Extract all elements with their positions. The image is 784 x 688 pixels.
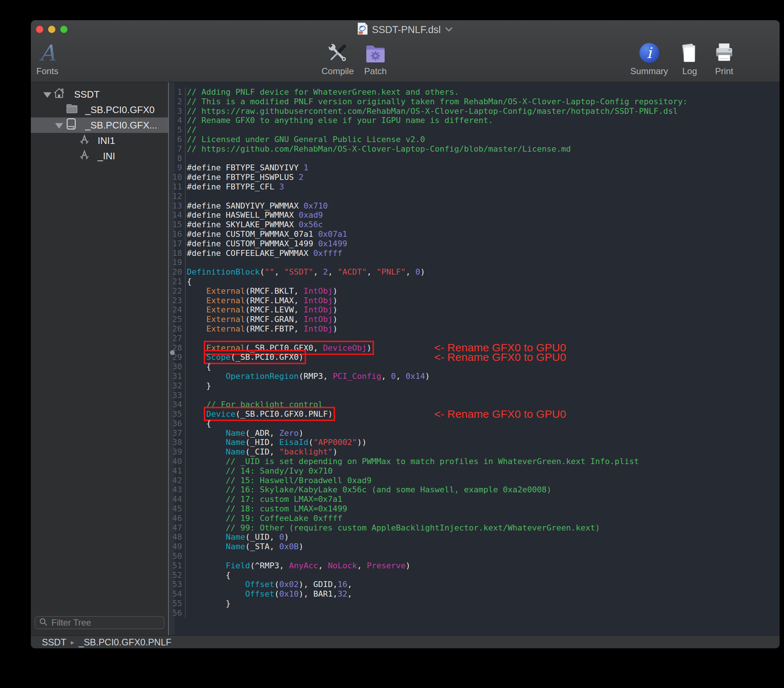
line-number: 17 — [169, 239, 186, 249]
code-line[interactable]: 1// Adding PNLF device for WhateverGreen… — [169, 87, 780, 97]
code-line-content: #define COFFEELAKE_PWMMAX 0xffff — [186, 249, 343, 258]
code-line[interactable]: 54 Offset(0x10), BAR1,32, — [169, 589, 780, 599]
toolbar-log-button[interactable]: Log — [677, 39, 703, 76]
code-line[interactable]: 9#define FBTYPE_SANDYIVY 1 — [169, 163, 780, 173]
toolbar-summary-button[interactable]: iSummary — [630, 39, 668, 76]
filter-tree-input[interactable] — [51, 617, 166, 628]
code-line-content: // This is a modified PNLF version origi… — [186, 97, 687, 106]
code-line[interactable]: 14#define HASWELL_PWMMAX 0xad9 — [169, 210, 780, 220]
code-line-content: External(RMCF.GRAN, IntObj) — [186, 315, 338, 324]
code-line[interactable]: 3// https://raw.githubusercontent.com/Re… — [169, 106, 780, 116]
code-line[interactable]: 53 Offset(0x02), GDID,16, — [169, 580, 780, 589]
code-line[interactable]: 25 External(RMCF.GRAN, IntObj) — [169, 315, 780, 324]
code-line[interactable]: 52 { — [169, 571, 780, 580]
code-line[interactable]: 17#define CUSTOM_PWMMAX_1499 0x1499 — [169, 239, 780, 249]
code-line[interactable]: 10#define FBTYPE_HSWPLUS 2 — [169, 173, 780, 182]
code-line[interactable]: 39 Name(_CID, "backlight") — [169, 447, 780, 457]
code-line[interactable]: 48 Name(_UID, 0) — [169, 532, 780, 542]
breadcrumb-root[interactable]: SSDT — [42, 637, 66, 648]
toolbar-center-group: CompilePatch — [321, 39, 388, 76]
code-line-content — [186, 191, 187, 201]
toolbar-fonts-button[interactable]: AFonts — [35, 39, 60, 76]
code-line[interactable]: 38 Name(_HID, EisaId("APP0002")) — [169, 437, 780, 447]
line-number: 20 — [169, 267, 186, 277]
code-line[interactable]: 6// Licensed under GNU General Public Li… — [169, 135, 780, 144]
code-line[interactable]: 31 OperationRegion(RMP3, PCI_Config, 0, … — [169, 371, 780, 381]
code-line[interactable]: 40 // _UID is set depending on PWMMax to… — [169, 457, 780, 466]
code-line[interactable]: 18#define COFFEELAKE_PWMMAX 0xffff — [169, 249, 780, 258]
disclosure-triangle-icon[interactable] — [43, 92, 51, 98]
code-line[interactable]: 12 — [169, 191, 780, 201]
line-number: 36 — [169, 419, 186, 429]
line-number: 11 — [169, 182, 186, 191]
code-line[interactable]: 30 { — [169, 362, 780, 371]
line-number: 51 — [169, 561, 186, 571]
line-number: 41 — [169, 466, 186, 476]
code-line[interactable]: 56 — [169, 608, 780, 618]
toolbar-print-button[interactable]: Print — [712, 39, 737, 76]
line-number: 54 — [169, 589, 186, 599]
code-line[interactable]: 29<- Rename GFX0 to GPU0 Scope(_SB.PCI0.… — [169, 353, 780, 362]
svg-text:DSL: DSL — [359, 31, 363, 34]
code-line[interactable]: 22 External(RMCF.BKLT, IntObj) — [169, 286, 780, 296]
method-icon — [79, 149, 90, 163]
code-line-content: #define SANDYIVY_PWMMAX 0x710 — [186, 201, 328, 211]
breadcrumb-path[interactable]: _SB.PCI0.GFX0.PNLF — [79, 637, 171, 648]
tree-item-sb-pci0-gfx0[interactable]: _SB.PCI0.GFX0 — [31, 102, 168, 117]
code-line[interactable]: 41 // 14: Sandy/Ivy 0x710 — [169, 466, 780, 476]
code-line[interactable]: 45 // 18: custom LMAX=0x1499 — [169, 504, 780, 514]
code-line[interactable]: 5// — [169, 125, 780, 135]
code-line[interactable]: 55 } — [169, 599, 780, 608]
code-area: 1// Adding PNLF device for WhateverGreen… — [169, 82, 780, 618]
code-line[interactable]: 37 Name(_ADR, Zero) — [169, 429, 780, 438]
line-number: 38 — [169, 437, 186, 447]
code-line-content: // — [186, 125, 197, 135]
tree-item-ini1[interactable]: INI1 — [31, 133, 168, 148]
code-line[interactable]: 19 — [169, 258, 780, 267]
code-line[interactable]: 2// This is a modified PNLF version orig… — [169, 97, 780, 106]
line-number: 15 — [169, 220, 186, 229]
code-line[interactable]: 4// Rename GFX0 to anything else if your… — [169, 115, 780, 125]
code-line[interactable]: 26 External(RMCF.FBTP, IntObj) — [169, 324, 780, 334]
filter-tree-box[interactable] — [35, 616, 165, 629]
title-chevron-down-icon[interactable] — [445, 27, 453, 33]
document-proxy-icon[interactable]: DSL — [357, 22, 368, 38]
disclosure-triangle-icon[interactable] — [55, 123, 63, 129]
toolbar-compile-button[interactable]: Compile — [321, 39, 354, 76]
code-line-content — [186, 154, 187, 163]
code-line[interactable]: 16#define CUSTOM_PWMMAX_07a1 0x07a1 — [169, 229, 780, 239]
toolbar-button-label: Summary — [630, 66, 668, 76]
code-line[interactable]: 35<- Rename GFX0 to GPU0 Device(_SB.PCI0… — [169, 409, 780, 419]
code-line[interactable]: 49 Name(_STA, 0x0B) — [169, 542, 780, 551]
code-line-content: Offset(0x10), BAR1,32, — [186, 589, 352, 599]
code-line[interactable]: 32 } — [169, 381, 780, 391]
line-number: 7 — [169, 144, 186, 154]
code-line[interactable]: 20DefinitionBlock("", "SSDT", 2, "ACDT",… — [169, 267, 780, 277]
code-line[interactable]: 15#define SKYLAKE_PWMMAX 0x56c — [169, 220, 780, 229]
code-line[interactable]: 24 External(RMCF.LEVW, IntObj) — [169, 305, 780, 315]
tree-item-ini[interactable]: _INI — [31, 148, 168, 164]
code-line[interactable]: 50 — [169, 551, 780, 561]
code-line-content: Name(_STA, 0x0B) — [186, 542, 303, 551]
code-line[interactable]: 33 — [169, 391, 780, 400]
code-line[interactable]: 13#define SANDYIVY_PWMMAX 0x710 — [169, 201, 780, 211]
code-line[interactable]: 21{ — [169, 277, 780, 286]
line-number: 14 — [169, 210, 186, 220]
code-line[interactable]: 47 // 99: Other (requires custom AppleBa… — [169, 523, 780, 533]
code-line[interactable]: 46 // 19: CoffeeLake 0xffff — [169, 514, 780, 523]
line-number: 27 — [169, 334, 186, 343]
code-line[interactable]: 8 — [169, 154, 780, 163]
code-line[interactable]: 11#define FBTYPE_CFL 3 — [169, 182, 780, 191]
code-line[interactable]: 23 External(RMCF.LMAX, IntObj) — [169, 296, 780, 305]
code-line[interactable]: 44 // 17: custom LMAX=0x7a1 — [169, 495, 780, 504]
tree-item-sb-pci0-gfx[interactable]: _SB.PCI0.GFX... — [31, 117, 168, 133]
toolbar-patch-button[interactable]: Patch — [362, 39, 388, 76]
code-line[interactable]: 42 // 15: Haswell/Broadwell 0xad9 — [169, 476, 780, 485]
code-line[interactable]: 36 { — [169, 419, 780, 429]
code-line[interactable]: 51 Field(^RMP3, AnyAcc, NoLock, Preserve… — [169, 561, 780, 571]
code-line[interactable]: 7// https://github.com/RehabMan/OS-X-Clo… — [169, 144, 780, 154]
code-editor[interactable]: 1// Adding PNLF device for WhateverGreen… — [169, 82, 780, 635]
titlebar[interactable]: DSL SSDT-PNLF.dsl — [31, 20, 780, 38]
tree-item-ssdt[interactable]: SSDT — [31, 87, 168, 102]
code-line[interactable]: 43 // 16: Skylake/KabyLake 0x56c (and so… — [169, 485, 780, 495]
